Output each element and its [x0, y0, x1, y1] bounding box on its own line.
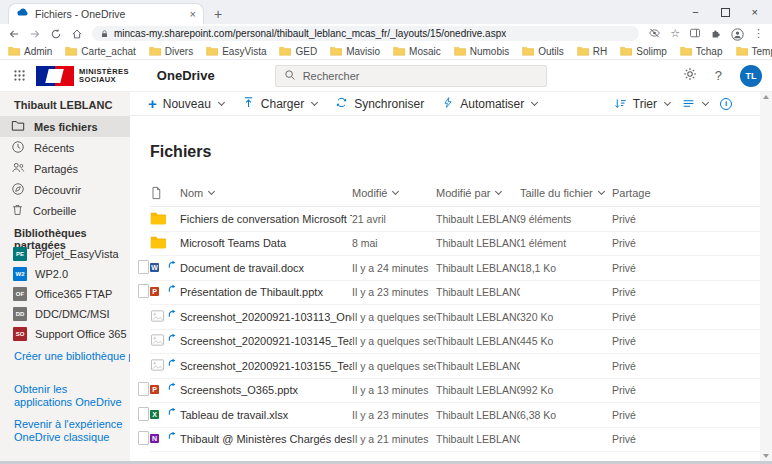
sidebar-item-corbeille[interactable]: Corbeille: [0, 200, 130, 221]
bookmark-item[interactable]: GED: [279, 43, 317, 60]
search-input[interactable]: [303, 70, 538, 82]
file-sharing[interactable]: Privé: [612, 433, 682, 445]
sidebar-library-item[interactable]: PEProjet_EasyVista: [0, 244, 130, 264]
search-box[interactable]: [275, 65, 547, 87]
file-sharing[interactable]: Privé: [612, 360, 682, 372]
column-header-modifi-par[interactable]: Modifié par: [436, 187, 520, 199]
reload-icon[interactable]: [50, 28, 62, 40]
column-header-nom[interactable]: Nom: [180, 187, 352, 199]
bookmark-item[interactable]: Carte_achat: [65, 43, 135, 60]
account-avatar[interactable]: TL: [740, 65, 762, 87]
library-logo: PE: [13, 247, 27, 261]
sidebar-item-r-cents[interactable]: Récents: [0, 137, 130, 158]
bookmark-item[interactable]: Mavisio: [330, 43, 380, 60]
bookmark-item[interactable]: Divers: [149, 43, 193, 60]
sidebar-library-item[interactable]: W2WP2.0: [0, 264, 130, 284]
ministeres-sociaux-logo: MINISTÈRES SOCIAUX: [36, 66, 129, 86]
back-icon[interactable]: [8, 28, 20, 40]
bookmark-item[interactable]: Numobis: [454, 43, 509, 60]
bookmark-item[interactable]: Mosaic: [393, 43, 441, 60]
bookmark-item[interactable]: Admin: [8, 43, 52, 60]
file-name[interactable]: Screenshots_O365.pptx: [180, 384, 352, 396]
home-icon[interactable]: [71, 28, 83, 40]
page-scrollbar[interactable]: [760, 92, 772, 461]
app-launcher-waffle-icon[interactable]: [6, 69, 32, 82]
profile-avatar-icon[interactable]: [731, 27, 744, 40]
file-row[interactable]: Screenshot_20200921-103113_OneDrive.jpgI…: [150, 305, 772, 330]
file-row[interactable]: XTableau de travail.xlsxIl y a 23 minute…: [150, 403, 772, 428]
browser-tab[interactable]: Fichiers - OneDrive ×: [8, 3, 204, 24]
forward-icon[interactable]: [29, 28, 41, 40]
extensions-puzzle-icon[interactable]: [710, 25, 722, 43]
settings-gear-icon[interactable]: [683, 67, 697, 85]
close-button[interactable]: ×: [752, 7, 758, 18]
get-apps-link[interactable]: Obtenir les applications OneDrive: [14, 383, 124, 409]
sidebar-library-item[interactable]: SOSupport Office 365: [0, 324, 130, 344]
scroll-down-icon[interactable]: [763, 454, 769, 458]
minimize-button[interactable]: −: [692, 7, 698, 18]
nouveau-button[interactable]: +Nouveau: [148, 96, 224, 112]
scroll-up-icon[interactable]: [763, 95, 769, 99]
column-header-modifi-[interactable]: Modifié: [352, 187, 436, 199]
column-header-partage[interactable]: Partage: [612, 187, 682, 199]
tab-close-icon[interactable]: ×: [190, 8, 196, 20]
bookmark-item[interactable]: Tchap: [680, 43, 723, 60]
bookmark-star-icon[interactable]: ☆: [670, 27, 680, 40]
sidebar-library-item[interactable]: DDDDC/DMC/MSI: [0, 304, 130, 324]
file-row[interactable]: PPrésentation de Thibault.pptxIl y a 23 …: [150, 281, 772, 306]
sidebar-item-mes-fichiers[interactable]: Mes fichiers: [0, 116, 130, 137]
bookmark-item[interactable]: EasyVista: [206, 43, 266, 60]
file-sharing[interactable]: Privé: [612, 311, 682, 323]
file-name[interactable]: Screenshot_20200921-103145_Teams.jpg: [180, 335, 352, 347]
bookmark-item[interactable]: Temp: [736, 43, 772, 60]
file-row[interactable]: Screenshot_20200921-103145_Teams.jpgIl y…: [150, 330, 772, 355]
sync-status-icon: [168, 279, 177, 297]
file-sharing[interactable]: Privé: [612, 286, 682, 298]
file-row[interactable]: PScreenshots_O365.pptxIl y a 13 minutesT…: [150, 379, 772, 404]
file-sharing[interactable]: Privé: [612, 262, 682, 274]
charger-button[interactable]: Charger: [242, 96, 317, 112]
address-bar[interactable]: mincas-my.sharepoint.com/personal/thibau…: [92, 26, 639, 41]
file-sharing[interactable]: Privé: [612, 335, 682, 347]
bookmark-item[interactable]: Solimp: [620, 43, 667, 60]
file-type-column-icon[interactable]: [150, 186, 180, 200]
file-sharing[interactable]: Privé: [612, 384, 682, 396]
classic-onedrive-link[interactable]: Revenir à l'expérience OneDrive classiqu…: [14, 418, 124, 444]
chrome-menu-icon[interactable]: ⋮: [753, 27, 764, 40]
file-row[interactable]: NThibault @ Ministères Chargés des Affai…: [150, 428, 772, 453]
file-name[interactable]: Fichiers de conversation Microsoft Teams: [180, 213, 352, 225]
view-selector-button[interactable]: [682, 97, 708, 110]
file-name[interactable]: Screenshot_20200921-103155_Teams.jpg: [180, 360, 352, 372]
bookmark-item[interactable]: RH: [577, 43, 607, 60]
side-panel-icon[interactable]: [689, 25, 701, 43]
library-logo: SO: [13, 327, 27, 341]
file-sharing[interactable]: Privé: [612, 213, 682, 225]
sidebar-library-item[interactable]: OFOffice365 FTAP: [0, 284, 130, 304]
sidebar-item-partag-s[interactable]: Partagés: [0, 158, 130, 179]
new-tab-button[interactable]: +: [214, 6, 222, 22]
file-row[interactable]: WDocument de travail.docxIl y a 24 minut…: [150, 256, 772, 281]
eye-off-icon[interactable]: [648, 25, 661, 43]
maximize-button[interactable]: [721, 8, 730, 17]
file-name[interactable]: Microsoft Teams Data: [180, 237, 352, 249]
help-button[interactable]: ?: [715, 68, 722, 83]
app-name[interactable]: OneDrive: [157, 68, 215, 83]
file-sharing[interactable]: Privé: [612, 409, 682, 421]
file-sharing[interactable]: Privé: [612, 237, 682, 249]
file-row[interactable]: Screenshot_20200921-103155_Teams.jpgIl y…: [150, 354, 772, 379]
file-name[interactable]: Thibault @ Ministères Chargés des Affair…: [180, 433, 352, 445]
sidebar-item-d-couvrir[interactable]: Découvrir: [0, 179, 130, 200]
info-button[interactable]: i: [720, 98, 732, 110]
file-name[interactable]: Présentation de Thibault.pptx: [180, 286, 352, 298]
column-header-taille-du-fichier[interactable]: Taille du fichier: [520, 187, 612, 199]
automatiser-button[interactable]: Automatiser: [442, 96, 537, 112]
synchroniser-button[interactable]: Synchroniser: [335, 96, 424, 112]
sort-button[interactable]: Trier: [614, 97, 670, 111]
bookmark-item[interactable]: Outils: [522, 43, 564, 60]
create-library-link[interactable]: Créer une bibliothèque partagée: [0, 350, 130, 362]
file-name[interactable]: Tableau de travail.xlsx: [180, 409, 352, 421]
file-row[interactable]: Microsoft Teams Data8 maiThibault LEBLAN…: [150, 232, 772, 257]
file-name[interactable]: Document de travail.docx: [180, 262, 352, 274]
file-row[interactable]: Fichiers de conversation Microsoft Teams…: [150, 207, 772, 232]
file-name[interactable]: Screenshot_20200921-103113_OneDrive.jpg: [180, 311, 352, 323]
